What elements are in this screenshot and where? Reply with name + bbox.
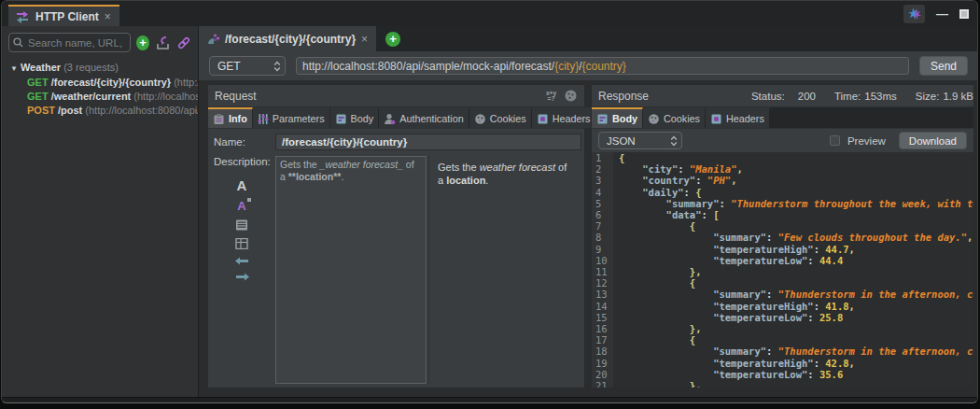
request-item[interactable]: GET /forecast/{city}/{country} (http://l…: [2, 76, 198, 90]
tab-info[interactable]: Info: [208, 107, 253, 128]
tab-label: /forecast/{city}/{country}: [225, 33, 356, 46]
tool-window-title: HTTP Client: [35, 10, 99, 23]
group-name: Weather: [21, 62, 61, 73]
code-line: 6 "data": [: [592, 209, 973, 220]
info-icon: [213, 113, 225, 125]
tab-headers[interactable]: Headers: [532, 107, 596, 128]
maximize-icon[interactable]: [959, 9, 969, 19]
table-icon[interactable]: [235, 238, 248, 249]
code-line: 5 "summary": "Thunderstorm throughout th…: [592, 198, 973, 209]
tab-label: Cookies: [664, 113, 700, 124]
request-editor-tab[interactable]: /forecast/{city}/{country} ×: [199, 26, 376, 51]
tab-label: Parameters: [273, 113, 325, 124]
name-input[interactable]: /forecast/{city}/{country}: [275, 134, 581, 150]
request-tab-icon: [207, 33, 219, 45]
code-line: 13 "summary": "Thunderstorm in the after…: [592, 289, 973, 300]
group-count: (3 requests): [63, 62, 119, 73]
code-line: 9 "temperatureHigh": 44.7,: [592, 244, 973, 255]
response-toolbar: JSON Preview Download: [592, 129, 973, 152]
text-color-icon[interactable]: A: [237, 200, 245, 212]
request-info-form: Name: /forecast/{city}/{country} Descrip…: [208, 129, 584, 388]
arrow-left-icon[interactable]: [235, 257, 249, 265]
size-value: 1.9 kB: [943, 91, 973, 102]
code-line: 11 },: [592, 266, 973, 277]
expander-icon[interactable]: ▼: [10, 64, 18, 73]
description-toolbar: A A: [208, 178, 275, 281]
preview-checkbox[interactable]: [830, 135, 840, 146]
code-line: 16 },: [592, 323, 973, 334]
tab-label: Info: [229, 113, 247, 124]
window-bottom-strip: [2, 397, 977, 403]
tab-response-headers[interactable]: Headers: [706, 107, 770, 128]
code-line: 17 {: [592, 334, 973, 346]
tab-label: Body: [351, 113, 374, 124]
sidebar: + ▼Weather (3 requests): [2, 26, 199, 397]
search-input[interactable]: [26, 36, 126, 49]
response-panel-header: Response Status: 200 Time: 153ms: [592, 85, 973, 106]
request-tree: ▼Weather (3 requests) GET /forecast/{cit…: [2, 61, 198, 118]
url-input[interactable]: http://localhost:8080/api/sample/mock-ap…: [296, 57, 909, 75]
status-value: 200: [798, 91, 816, 102]
cookies-icon: [648, 113, 660, 125]
close-icon[interactable]: ×: [105, 10, 111, 23]
link-icon[interactable]: [176, 35, 191, 50]
tab-response-cookies[interactable]: Cookies: [643, 107, 706, 128]
response-tabs: Body Cookies: [592, 106, 973, 129]
format-value: JSON: [607, 135, 636, 147]
code-line: 3 "country": "PH",: [592, 175, 973, 186]
chevron-updown-icon: [273, 61, 281, 72]
request-panel: Request x+y =?: [207, 84, 585, 388]
code-line: 18 "summary": "Thunderstorm in the after…: [592, 346, 973, 357]
description-raw[interactable]: Gets the _weather forecast_ of a **locat…: [275, 156, 427, 384]
close-icon[interactable]: ×: [361, 33, 368, 46]
window-content: + ▼Weather (3 requests): [2, 26, 977, 397]
new-tab-button[interactable]: +: [385, 26, 400, 51]
status-label: Status:: [751, 91, 785, 102]
request-group[interactable]: ▼Weather (3 requests): [2, 61, 198, 76]
cookie-icon[interactable]: [564, 89, 578, 103]
tab-label: Body: [612, 113, 637, 124]
tab-cookies[interactable]: Cookies: [469, 107, 532, 128]
variables-icon[interactable]: x+y =?: [546, 91, 556, 102]
tab-label: Headers: [726, 113, 764, 124]
description-label: Description:: [208, 156, 275, 167]
request-item[interactable]: GET /weather/current (http://localhost:: [2, 90, 198, 104]
code-line: 14 "temperatureHigh": 41.8,: [592, 301, 973, 312]
tab-parameters[interactable]: Parameters: [253, 107, 330, 128]
tab-body[interactable]: Body: [330, 107, 380, 128]
url-text: http://localhost:8080/api/sample/mock-ap…: [302, 60, 554, 73]
headers-icon: [537, 113, 549, 125]
theme-splat-button[interactable]: [903, 5, 925, 23]
request-panel-header: Request x+y =?: [208, 85, 584, 106]
method-select[interactable]: GET: [209, 56, 286, 76]
response-panel: Response Status: 200 Time: 153ms: [591, 84, 974, 388]
http-client-tool-tab[interactable]: HTTP Client ×: [8, 5, 119, 26]
format-select[interactable]: JSON: [598, 132, 682, 149]
time-label: Time:: [834, 91, 861, 102]
authentication-icon: [384, 113, 396, 125]
minimize-icon[interactable]: —: [936, 9, 948, 19]
response-code[interactable]: 1{2 "city": "Manila",3 "country": "PH",4…: [592, 152, 973, 388]
import-icon[interactable]: [155, 35, 171, 50]
url-variable-city: {city}: [554, 60, 579, 73]
body-icon: [335, 113, 347, 125]
request-url-bar: GET http://localhost:8080/api/sample/moc…: [199, 51, 977, 80]
paragraph-icon[interactable]: [235, 219, 248, 231]
code-line: 10 "temperatureLow": 44.4: [592, 255, 973, 266]
code-line: 19 "temperatureHigh": 42.8,: [592, 358, 973, 369]
add-request-button[interactable]: +: [136, 35, 149, 50]
code-line: 1{: [592, 152, 973, 163]
code-line: 7 {: [592, 220, 973, 232]
search-box[interactable]: [8, 33, 131, 52]
arrow-right-icon[interactable]: [235, 273, 249, 281]
send-button[interactable]: Send: [919, 56, 968, 76]
text-format-icon[interactable]: A: [237, 178, 247, 192]
sidebar-toolbar: +: [2, 33, 198, 52]
request-item[interactable]: POST /post (http://localhost:8080/api/: [2, 104, 198, 118]
method-value: GET: [217, 60, 241, 73]
tab-label: Cookies: [490, 113, 526, 124]
tab-response-body[interactable]: Body: [592, 107, 643, 128]
code-line: 15 "temperatureLow": 25.8: [592, 312, 973, 323]
download-button[interactable]: Download: [899, 132, 967, 149]
tab-authentication[interactable]: Authentication: [379, 107, 469, 128]
